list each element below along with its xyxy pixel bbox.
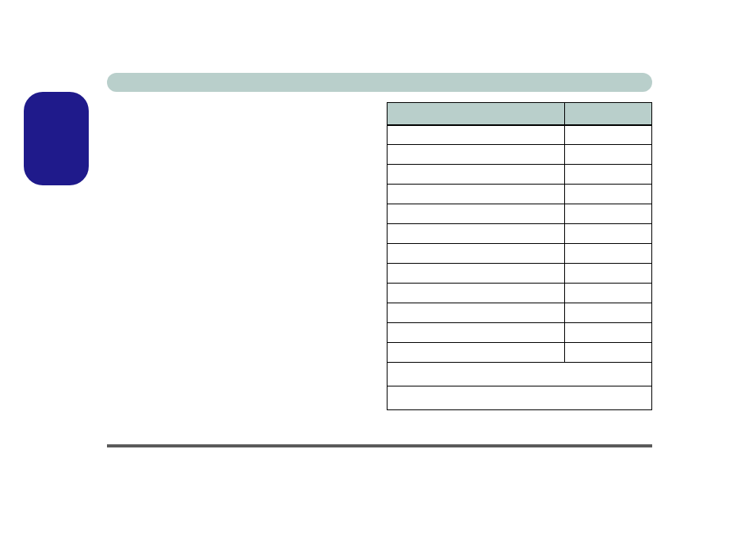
table-cell-label bbox=[388, 224, 565, 244]
table-cell-label bbox=[388, 185, 565, 204]
table-row bbox=[388, 323, 652, 343]
table-cell-label bbox=[388, 264, 565, 284]
table-cell-label bbox=[388, 343, 565, 363]
header-bar bbox=[107, 73, 652, 92]
table-cell-value bbox=[565, 125, 652, 145]
table-cell-label bbox=[388, 165, 565, 185]
table-cell-value bbox=[565, 145, 652, 165]
table-cell-value bbox=[565, 264, 652, 284]
table-row bbox=[388, 244, 652, 264]
table-cell-label bbox=[388, 125, 565, 145]
table-summary-cell bbox=[388, 386, 652, 410]
table-summary-row bbox=[388, 363, 652, 386]
table-row bbox=[388, 343, 652, 363]
side-badge bbox=[24, 92, 89, 185]
table-cell-label bbox=[388, 145, 565, 165]
table-header-left bbox=[388, 103, 565, 125]
table-header-right bbox=[565, 103, 652, 125]
table-cell-value bbox=[565, 204, 652, 224]
table-cell-label bbox=[388, 323, 565, 343]
table-row bbox=[388, 264, 652, 284]
table-cell-value bbox=[565, 224, 652, 244]
table-header-row bbox=[388, 103, 652, 125]
table-cell-value bbox=[565, 303, 652, 323]
table-cell-value bbox=[565, 244, 652, 264]
table-row bbox=[388, 303, 652, 323]
table-summary-cell bbox=[388, 363, 652, 386]
table-row bbox=[388, 284, 652, 303]
table-cell-value bbox=[565, 323, 652, 343]
footer-rule bbox=[107, 444, 652, 447]
table-cell-value bbox=[565, 165, 652, 185]
table-row bbox=[388, 125, 652, 145]
table-cell-label bbox=[388, 284, 565, 303]
table-row bbox=[388, 185, 652, 204]
table-summary-row bbox=[388, 386, 652, 410]
table-row bbox=[388, 165, 652, 185]
table-cell-label bbox=[388, 204, 565, 224]
table-cell-value bbox=[565, 284, 652, 303]
data-table bbox=[387, 102, 652, 410]
table-row bbox=[388, 224, 652, 244]
table-cell-label bbox=[388, 303, 565, 323]
table-row bbox=[388, 145, 652, 165]
table-cell-value bbox=[565, 185, 652, 204]
table-cell-value bbox=[565, 343, 652, 363]
table-row bbox=[388, 204, 652, 224]
table-cell-label bbox=[388, 244, 565, 264]
